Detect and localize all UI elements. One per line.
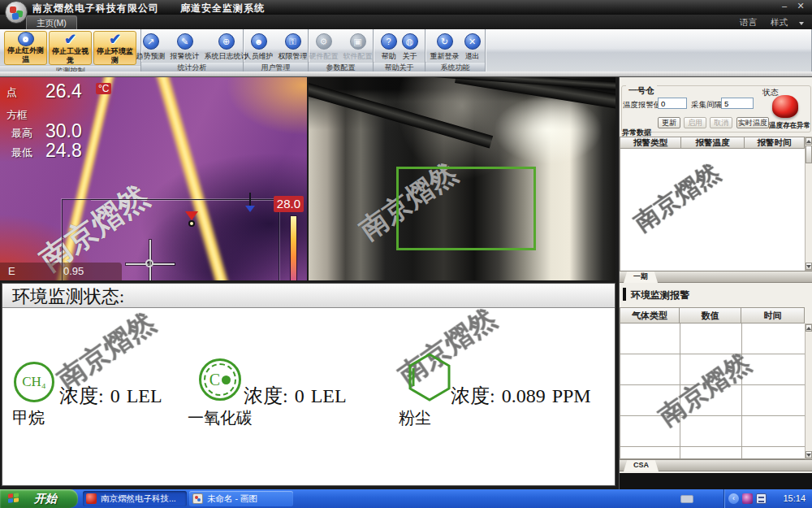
relogin-button[interactable]: ↻ 重新登录 [429,31,461,62]
carbon-monoxide-reading: 浓度:0LEL [244,383,353,409]
warehouse-title: 一号仓 [626,85,657,97]
person-icon: ☻ [251,33,267,50]
checkmark-icon: ✔ [109,31,121,47]
stop-vision-button[interactable]: ✔ 停止工业视觉 [49,31,92,65]
start-button[interactable]: 开始 [0,489,78,508]
taskbar-item-paint[interactable]: 未命名 - 画图 [189,491,293,506]
scroll-up-icon[interactable] [806,137,812,145]
realtime-temp-button[interactable]: 实时温度 [736,117,769,128]
ribbon-group-users: ☻ 人员维护 ⚿ 权限管理 用户管理 [244,29,309,72]
permissions-button[interactable]: ⚿ 权限管理 [277,31,309,62]
stop-env-button[interactable]: ✔ 停止环境监测 [93,31,136,65]
color-scale-bar [290,215,297,280]
env-table-body: 南京熠然 [620,323,805,459]
group-label-parameters: 参数配置 [309,62,373,72]
max-temperature: 30.0 [45,120,82,142]
ribbon-group-statistics: ↗ 趋势预测 ✎ 报警统计 ⊕ 系统日志统计 统计分析 [141,29,244,72]
env-header-time[interactable]: 时间 [741,307,805,323]
scale-marker [244,193,257,206]
scroll-down-icon[interactable] [806,263,812,270]
stop-infrared-button[interactable]: 停止红外测温 [4,31,47,65]
software-config-button: ▣ 软件配置 [342,31,374,62]
ribbon-group-parameters: ⚙ 硬件配置 ▣ 软件配置 参数配置 [309,29,374,72]
close-button[interactable]: ✕ [794,1,807,11]
exit-button[interactable]: ✕ 退出 [463,31,482,62]
env-alarm-title-row: 环境监测报警 [620,286,812,304]
interval-input[interactable] [721,98,754,109]
env-scrollbar[interactable] [805,323,812,459]
title-accent-bar [623,288,626,301]
lamp-status-text: 温度存在异常 [769,121,810,131]
chevron-down-icon [799,22,804,25]
emissivity-label: E [8,265,15,277]
industrial-camera-view: 南京熠然 [309,77,615,280]
env-status-header: 环境监测状态: [2,284,615,308]
app-task-icon [86,493,97,504]
cancel-button: 取消 [710,117,732,128]
pencil-icon: ✎ [177,33,193,50]
taskbar: 开始 南京熠然电子科技... 未命名 - 画图 ‹ 15:14 [0,489,812,508]
tab-phase-one[interactable]: 一期 [624,271,658,283]
gear-icon: ⚙ [316,33,332,50]
about-button[interactable]: ◍ 关于 [400,31,420,62]
taskbar-item-app[interactable]: 南京熠然电子科技... [83,491,187,506]
ribbon-empty-area [486,29,812,72]
update-button[interactable]: 更新 [658,117,680,128]
point-label: 点 [6,85,17,100]
tray-keyboard-icon[interactable] [756,493,767,504]
env-header-gas[interactable]: 气体类型 [620,307,680,323]
dust-label: 粉尘 [399,407,431,429]
methane-label: 甲烷 [12,407,45,429]
enable-button: 启用 [684,117,706,128]
language-bar-icon[interactable] [680,495,693,503]
stop-infrared-label: 停止红外测温 [5,46,46,64]
tray-chevron-icon[interactable]: ‹ [728,493,739,504]
x-circle-icon: ✕ [464,33,481,50]
crosshair-icon [126,240,175,280]
relogin-icon: ↻ [437,33,453,50]
personnel-button[interactable]: ☻ 人员维护 [243,31,275,62]
ribbon-bottom-strip [0,72,812,77]
tray-app-icon[interactable] [742,493,753,504]
group-label-system: 系统功能 [425,62,485,72]
temp-alarm-input[interactable] [658,98,687,109]
stop-vision-label: 停止工业视觉 [50,47,91,65]
temperature-unit: °C [96,83,111,94]
box-label: 方框 [6,108,28,123]
tab-csa[interactable]: CSA [624,460,659,471]
emissivity-bar: E 0.95 [0,263,122,280]
alarm-lamp-icon [772,95,798,118]
ribbon-tab-row: 主页(M) 语言 样式 [0,15,812,29]
menu-style[interactable]: 样式 [771,17,788,27]
tab-home[interactable]: 主页(M) [26,15,77,29]
alarm-scrollbar[interactable] [805,137,812,271]
menu-language[interactable]: 语言 [740,17,757,27]
trend-forecast-button[interactable]: ↗ 趋势预测 [135,31,167,62]
right-panel: 一号仓 状态 温度报警值(℃): 采集间隔(分): 更新 启用 取消 实时温度 … [619,77,812,489]
alarm-header-type[interactable]: 报警类型 [620,137,681,149]
windows-logo-icon [8,493,19,504]
titlebar-menu: 语言 样式 [728,17,804,28]
alarm-stats-button[interactable]: ✎ 报警统计 [169,31,201,62]
minimize-button[interactable]: – [778,1,791,11]
infrared-icon [18,32,34,46]
key-icon: ⚿ [285,33,301,50]
max-label: 最高 [11,126,32,141]
scroll-up-icon[interactable] [806,324,812,332]
scroll-down-icon[interactable] [806,451,812,458]
group-label-help: 帮助关于 [374,62,425,72]
ribbon-group-system: ↻ 重新登录 ✕ 退出 系统功能 [425,29,486,72]
group-label-statistics: 统计分析 [141,62,243,72]
scale-max-badge: 28.0 [274,196,304,212]
alarm-header-temp[interactable]: 报警温度 [681,137,745,149]
alarm-table: 报警类型 报警温度 报警时间 南京熠然 [620,137,812,271]
group-label-users: 用户管理 [244,62,308,72]
ribbon-group-help: ? 帮助 ◍ 关于 帮助关于 [374,29,425,72]
system-tray: ‹ 15:14 [724,489,812,508]
scroll-thumb[interactable] [806,145,812,163]
help-button[interactable]: ? 帮助 [379,31,399,62]
app-logo-icon[interactable] [5,1,28,24]
alarm-header-time[interactable]: 报警时间 [745,137,805,149]
hardware-config-button: ⚙ 硬件配置 [308,31,340,62]
env-header-value[interactable]: 数值 [680,307,741,323]
